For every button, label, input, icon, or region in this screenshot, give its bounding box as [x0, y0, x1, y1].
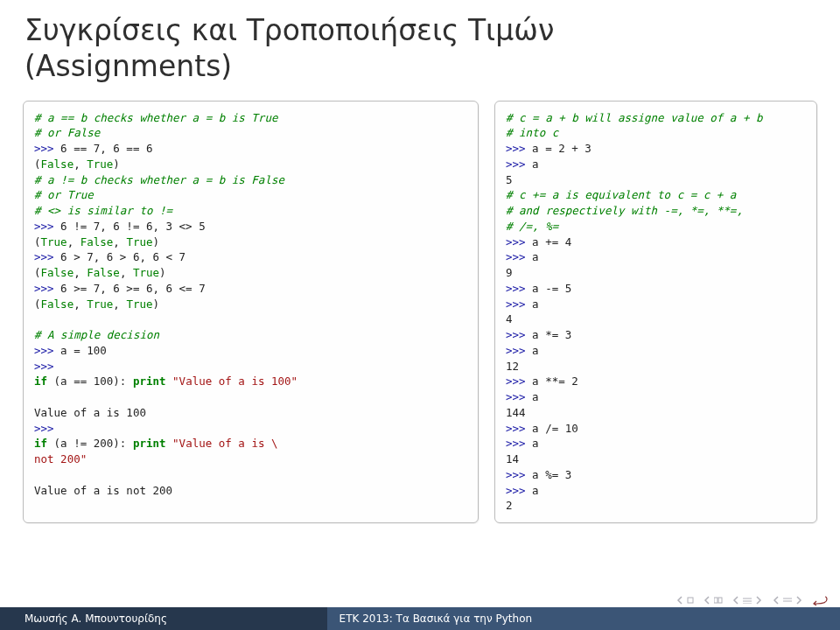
code-line: # and respectively with -=, *=, **=, — [506, 204, 743, 217]
code-line: a — [526, 484, 539, 497]
code-line: # c = a + b will assigne value of a + b — [506, 111, 763, 124]
code-line: a **= 2 — [526, 374, 578, 388]
prompt: >>> — [506, 344, 526, 357]
code-line: a %= 3 — [526, 468, 572, 481]
nav-bar — [676, 595, 828, 606]
keyword: print — [133, 374, 166, 388]
string: "Value of a is \ — [172, 437, 277, 450]
code-line: # into c — [506, 126, 558, 139]
code-line: # a != b checks whether a = b is False — [34, 173, 284, 186]
bool: True — [126, 298, 152, 311]
slide-title: Συγκρίσεις και Τροποποιήσεις Τιμών (Assi… — [0, 0, 840, 94]
code-line: 6 > 7, 6 > 6, 6 < 7 — [54, 250, 186, 263]
keyword: if — [34, 374, 47, 388]
sep — [166, 437, 173, 450]
code-line: a — [526, 298, 539, 311]
output: Value of a is not 200 — [34, 484, 172, 497]
paren: ) — [153, 235, 160, 248]
code-line: # /=, %= — [506, 220, 558, 233]
nav-next-slide-icon[interactable] — [703, 596, 723, 605]
prompt: >>> — [34, 282, 54, 295]
code-line: a — [526, 250, 539, 263]
bool: False — [87, 266, 120, 279]
title-line-2: (Assignments) — [24, 49, 232, 83]
output: 12 — [506, 360, 519, 373]
prompt: >>> — [34, 142, 54, 155]
code-line: a *= 3 — [526, 328, 572, 341]
paren: ( — [34, 158, 41, 171]
code-line: a — [526, 158, 539, 171]
code-block-left: # a == b checks whether a = b is True # … — [23, 101, 479, 524]
code-line: # or False — [34, 126, 100, 139]
prompt: >>> — [506, 142, 526, 155]
prompt: >>> — [34, 220, 54, 233]
code-line: a -= 5 — [526, 282, 572, 295]
prompt: >>> — [34, 422, 54, 435]
svg-rect-1 — [714, 598, 718, 603]
sep: , — [113, 298, 126, 311]
prompt: >>> — [506, 437, 526, 450]
output: 144 — [506, 406, 526, 419]
string: "Value of a is 100" — [172, 374, 298, 388]
code-line: a — [526, 344, 539, 357]
code-line: # A simple decision — [34, 328, 159, 341]
string: not 200" — [34, 452, 87, 466]
output: 2 — [506, 499, 513, 512]
code-line: 6 == 7, 6 == 6 — [54, 142, 153, 155]
paren: ( — [34, 266, 41, 279]
svg-rect-2 — [718, 598, 722, 603]
code-left-pre: # a == b checks whether a = b is True # … — [34, 110, 467, 499]
paren: ) — [159, 266, 166, 279]
sep: , — [74, 266, 87, 279]
bool: False — [41, 266, 74, 279]
output: 9 — [506, 266, 513, 279]
code-line: a += 4 — [526, 235, 572, 248]
output: 5 — [506, 173, 513, 186]
paren: ) — [113, 158, 120, 171]
output: 4 — [506, 312, 513, 326]
code-right-pre: # c = a + b will assigne value of a + b … — [506, 110, 806, 514]
prompt: >>> — [506, 484, 526, 497]
code-line: # or True — [34, 188, 94, 201]
sep: , — [113, 235, 126, 248]
code-line: (a == 100): — [47, 374, 133, 388]
code-line: 6 >= 7, 6 >= 6, 6 <= 7 — [54, 282, 206, 295]
prompt: >>> — [34, 360, 54, 373]
keyword: print — [133, 437, 166, 450]
sep: , — [74, 298, 87, 311]
sep: , — [74, 158, 87, 171]
bool: True — [87, 298, 113, 311]
prompt: >>> — [506, 374, 526, 388]
prompt: >>> — [506, 390, 526, 403]
nav-prev-section-icon[interactable] — [732, 596, 763, 605]
nav-prev-slide-icon[interactable] — [676, 596, 694, 605]
prompt: >>> — [34, 250, 54, 263]
prompt: >>> — [506, 158, 526, 171]
content-row: # a == b checks whether a = b is True # … — [0, 94, 840, 524]
code-line: a = 100 — [54, 344, 107, 357]
bool: True — [41, 235, 67, 248]
code-line: a = 2 + 3 — [526, 142, 592, 155]
nav-next-section-icon[interactable] — [772, 596, 803, 605]
sep: , — [120, 266, 133, 279]
slide: Συγκρίσεις και Τροποποιήσεις Τιμών (Assi… — [0, 0, 840, 630]
code-line: a — [526, 390, 539, 403]
bool: False — [41, 158, 74, 171]
prompt: >>> — [506, 468, 526, 481]
title-line-1: Συγκρίσεις και Τροποποιήσεις Τιμών — [24, 13, 554, 47]
sep — [166, 374, 173, 388]
sep: , — [67, 235, 80, 248]
code-line: (a != 200): — [47, 437, 133, 450]
nav-back-icon[interactable] — [812, 595, 828, 606]
output: Value of a is 100 — [34, 406, 146, 419]
bool: True — [87, 158, 113, 171]
paren: ( — [34, 298, 41, 311]
footer: Μωυσής Α. Μπουντουρίδης ΕΤΚ 2013: Τα Βασ… — [0, 607, 840, 630]
paren: ( — [34, 235, 41, 248]
code-line: a /= 10 — [526, 422, 578, 435]
bool: True — [126, 235, 152, 248]
svg-rect-0 — [688, 598, 693, 603]
bool: False — [80, 235, 114, 248]
code-line: # a == b checks whether a = b is True — [34, 111, 277, 124]
output: 14 — [506, 452, 519, 466]
